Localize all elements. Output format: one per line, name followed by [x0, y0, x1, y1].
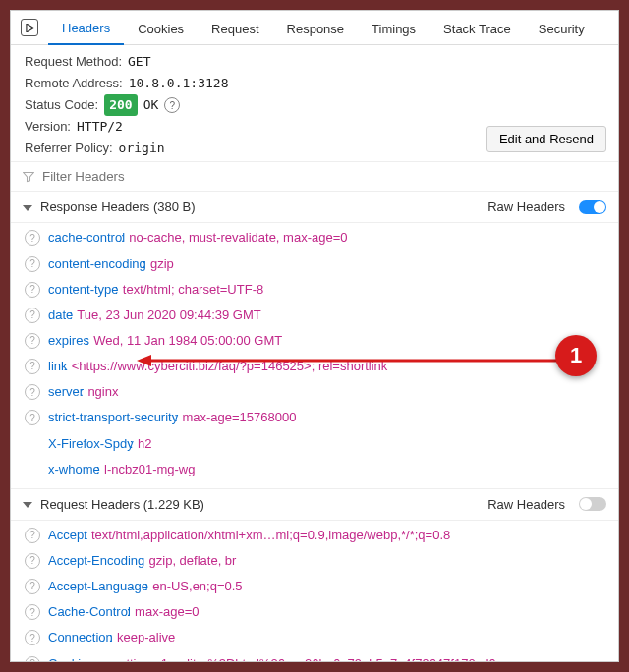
- header-row: ?Accept: text/html,application/xhtml+xm……: [11, 523, 618, 548]
- header-row: ?Accept-Language: en-US,en;q=0.5: [11, 574, 618, 599]
- referrer-value: origin: [119, 138, 165, 159]
- chevron-down-icon: [23, 502, 32, 508]
- help-icon[interactable]: ?: [25, 384, 40, 400]
- header-name: X-Firefox-Spdy: [48, 436, 134, 451]
- header-name: Cache-Control: [48, 604, 131, 619]
- help-icon[interactable]: ?: [25, 308, 40, 323]
- header-name: content-encoding: [48, 256, 146, 271]
- header-value: gzip, deflate, br: [149, 553, 237, 568]
- filter-icon: [23, 171, 34, 183]
- header-name: server: [48, 384, 84, 399]
- header-name: cache-control: [48, 230, 125, 245]
- header-value: nginx: [87, 384, 118, 399]
- status-badge: 200: [104, 94, 137, 116]
- request-headers-section[interactable]: Request Headers (1.229 KB) Raw Headers: [11, 489, 618, 521]
- tab-stack[interactable]: Stack Trace: [429, 12, 525, 44]
- header-value: Tue, 23 Jun 2020 09:44:39 GMT: [77, 308, 260, 322]
- header-name: strict-transport-security: [48, 410, 178, 424]
- header-row: ?Cookie: wp-settings-1=editor%3Dhtml%26……: [11, 651, 618, 662]
- header-value: wp-settings-1=editor%3Dhtml%26…a26ba6a79…: [92, 656, 496, 662]
- filter-bar: [11, 161, 618, 192]
- help-icon[interactable]: ?: [25, 528, 40, 543]
- method-label: Request Method:: [25, 51, 122, 73]
- request-headers-list: ?Accept: text/html,application/xhtml+xm……: [11, 521, 618, 662]
- header-row: ?cache-control: no-cache, must-revalidat…: [11, 225, 618, 251]
- help-icon[interactable]: ?: [25, 656, 40, 662]
- header-row: ?Cache-Control: max-age=0: [11, 599, 618, 625]
- tab-response[interactable]: Response: [273, 12, 359, 44]
- help-icon[interactable]: ?: [25, 359, 40, 374]
- status-text: OK: [143, 94, 159, 116]
- help-icon[interactable]: ?: [25, 230, 40, 246]
- header-row: ?strict-transport-security: max-age=1576…: [11, 405, 618, 430]
- header-row: ?x-whome: l-ncbz01-mg-wg: [11, 457, 618, 482]
- remote-value: 10.8.0.1:3128: [129, 73, 229, 94]
- method-value: GET: [128, 51, 150, 73]
- header-value: en-US,en;q=0.5: [152, 579, 242, 593]
- raw-headers-label: Raw Headers: [487, 199, 565, 214]
- edit-resend-button[interactable]: Edit and Resend: [486, 126, 606, 152]
- raw-headers-label: Raw Headers: [487, 497, 565, 512]
- filter-input[interactable]: [40, 168, 606, 185]
- header-value: max-age=0: [135, 604, 199, 619]
- status-label: Status Code:: [25, 94, 98, 116]
- help-icon[interactable]: ?: [25, 410, 40, 425]
- tab-headers[interactable]: Headers: [48, 11, 124, 45]
- help-icon[interactable]: ?: [25, 553, 40, 569]
- header-row: ?content-encoding: gzip: [11, 252, 618, 277]
- header-value: Wed, 11 Jan 1984 05:00:00 GMT: [93, 333, 282, 348]
- tab-security[interactable]: Security: [525, 12, 599, 44]
- header-name: Accept-Encoding: [48, 553, 144, 568]
- header-value: l-ncbz01-mg-wg: [104, 462, 195, 476]
- header-row: ?server: nginx: [11, 379, 618, 405]
- header-row: ?Accept-Encoding: gzip, deflate, br: [11, 548, 618, 574]
- header-name: Accept: [48, 528, 87, 542]
- help-icon[interactable]: ?: [25, 579, 40, 594]
- chevron-down-icon: [23, 205, 32, 211]
- header-value: gzip: [150, 256, 174, 271]
- request-summary: Request Method: GET Remote Address: 10.8…: [11, 45, 618, 161]
- play-icon[interactable]: [21, 19, 38, 36]
- help-icon[interactable]: ?: [25, 256, 40, 272]
- devtools-panel: Headers Cookies Request Response Timings…: [10, 10, 619, 662]
- header-value: h2: [138, 436, 151, 451]
- tab-timings[interactable]: Timings: [358, 12, 429, 44]
- header-row: ?expires: Wed, 11 Jan 1984 05:00:00 GMT: [11, 328, 618, 354]
- raw-response-toggle[interactable]: [579, 200, 606, 214]
- request-section-title: Request Headers (1.229 KB): [40, 497, 204, 512]
- tab-cookies[interactable]: Cookies: [124, 12, 198, 44]
- devtools-tabs: Headers Cookies Request Response Timings…: [11, 11, 618, 45]
- annotation-arrow: [137, 354, 559, 367]
- header-name: content-type: [48, 282, 119, 297]
- help-icon[interactable]: ?: [25, 630, 40, 645]
- version-label: Version:: [25, 116, 71, 138]
- header-value: text/html,application/xhtml+xm…ml;q=0.9,…: [91, 528, 450, 542]
- header-name: Connection: [48, 630, 113, 644]
- tab-request[interactable]: Request: [198, 12, 272, 44]
- referrer-label: Referrer Policy:: [25, 138, 113, 159]
- header-name: Cookie: [48, 656, 87, 662]
- help-icon[interactable]: ?: [25, 282, 40, 298]
- help-icon[interactable]: ?: [25, 333, 40, 349]
- version-value: HTTP/2: [77, 116, 123, 138]
- response-headers-section[interactable]: Response Headers (380 B) Raw Headers: [11, 192, 618, 223]
- help-icon[interactable]: ?: [25, 604, 40, 620]
- header-value: text/html; charset=UTF-8: [123, 282, 263, 297]
- header-value: max-age=15768000: [182, 410, 296, 424]
- header-value: no-cache, must-revalidate, max-age=0: [129, 230, 347, 245]
- svg-marker-1: [137, 355, 151, 366]
- header-name: x-whome: [48, 462, 100, 476]
- annotation-marker-1: 1: [555, 335, 597, 376]
- response-section-title: Response Headers (380 B): [40, 199, 196, 214]
- header-row: ?X-Firefox-Spdy: h2: [11, 431, 618, 457]
- raw-request-toggle[interactable]: [579, 497, 606, 511]
- help-icon[interactable]: ?: [164, 97, 180, 113]
- header-name: expires: [48, 333, 89, 348]
- header-value: keep-alive: [117, 630, 175, 644]
- header-name: Accept-Language: [48, 579, 148, 593]
- header-row: ?content-type: text/html; charset=UTF-8: [11, 277, 618, 303]
- remote-label: Remote Address:: [25, 73, 123, 94]
- header-row: ?date: Tue, 23 Jun 2020 09:44:39 GMT: [11, 303, 618, 328]
- header-row: ?Connection: keep-alive: [11, 625, 618, 650]
